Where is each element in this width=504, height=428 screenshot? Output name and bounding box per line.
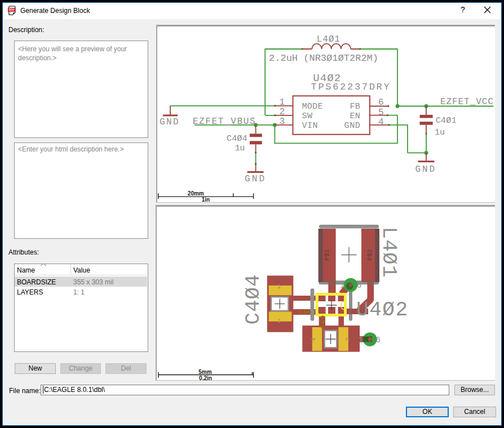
svg-text:0.2in: 0.2in: [199, 375, 212, 380]
svg-text:EN: EN: [350, 112, 360, 121]
svg-text:1: 1: [340, 281, 344, 290]
svg-text:1u: 1u: [235, 144, 245, 153]
svg-text:4: 4: [378, 117, 384, 127]
svg-text:L4Ø1: L4Ø1: [317, 34, 340, 44]
svg-text:GND: GND: [160, 117, 179, 127]
svg-text:VIN: VIN: [302, 121, 317, 131]
svg-text:GND: GND: [344, 121, 360, 131]
svg-text:C4Ø1: C4Ø1: [436, 116, 457, 126]
svg-text:EZFET_VBUS: EZFET_VBUS: [193, 117, 255, 127]
svg-text:FB: FB: [350, 102, 360, 112]
svg-text:TPS62237DRY: TPS62237DRY: [311, 82, 390, 92]
svg-text:MODE: MODE: [302, 102, 322, 112]
svg-text:1u: 1u: [435, 128, 445, 137]
svg-text:SW: SW: [302, 112, 312, 121]
svg-text:GND: GND: [415, 164, 435, 175]
svg-text:4: 4: [311, 337, 317, 341]
svg-text:C4Ø4: C4Ø4: [227, 134, 247, 144]
svg-text:GND: GND: [299, 309, 311, 315]
svg-text:L4Ø1: L4Ø1: [377, 226, 400, 277]
svg-text:20mm: 20mm: [188, 190, 204, 197]
svg-text:5: 5: [378, 108, 384, 118]
svg-text:1: 1: [277, 317, 281, 324]
svg-text:3: 3: [280, 117, 285, 127]
svg-text:6: 6: [378, 97, 384, 108]
svg-text:1: 1: [280, 97, 285, 108]
svg-text:6: 6: [357, 281, 361, 290]
svg-text:SCH: SCH: [8, 8, 14, 11]
svg-text:5mm: 5mm: [198, 369, 211, 375]
svg-text:U4Ø2: U4Ø2: [356, 298, 408, 322]
svg-text:6: 6: [376, 336, 381, 345]
svg-text:GND: GND: [245, 174, 264, 184]
svg-text:2.2uH (NR3Ø1ØT2R2M): 2.2uH (NR3Ø1ØT2R2M): [269, 53, 378, 64]
svg-text:1in: 1in: [202, 197, 210, 202]
svg-text:C4Ø4: C4Ø4: [242, 274, 265, 324]
svg-text:2: 2: [280, 107, 285, 117]
svg-text:P$2: P$2: [366, 249, 373, 260]
svg-text:2: 2: [345, 337, 351, 341]
svg-text:2: 2: [277, 283, 281, 289]
svg-text:P$1: P$1: [324, 249, 330, 260]
svg-text:GND: GND: [320, 315, 326, 329]
svg-text:EZFET_VCC: EZFET_VCC: [440, 97, 493, 107]
svg-text:1: 1: [359, 336, 363, 345]
